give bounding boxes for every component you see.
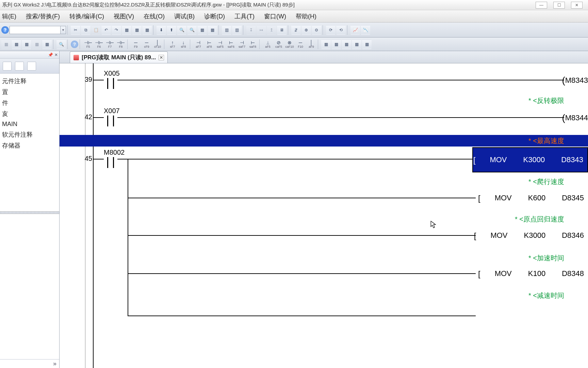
fkey-sf7[interactable]: ↑sF7 [167, 39, 178, 49]
zoom-fit-icon[interactable]: ⭿ [291, 25, 301, 35]
fkey-sf8[interactable]: ↓sF8 [178, 39, 189, 49]
trace-icon-1[interactable]: ⟳ [326, 25, 336, 35]
tree-selected-bar[interactable] [0, 214, 59, 226]
paste-icon[interactable]: 📋 [91, 25, 101, 35]
side-splitter[interactable] [0, 211, 59, 214]
cut-icon[interactable]: ✂ [71, 25, 80, 35]
tb2-extra-3[interactable]: ▦ [342, 40, 351, 49]
fkey-caf5[interactable]: ⊘caF5 [274, 39, 284, 49]
dev-icon-2[interactable]: ▦ [132, 25, 142, 35]
tb2-btn-3[interactable]: ▦ [22, 40, 31, 49]
fkey-saf5[interactable]: ⊣saF5 [215, 39, 225, 49]
zoom-out-icon[interactable]: ⊖ [312, 25, 321, 35]
contact[interactable]: M8002 [104, 149, 125, 168]
pin-icon[interactable]: 📌 [48, 52, 53, 57]
side-btn-1[interactable] [3, 62, 12, 71]
chart-icon-1[interactable]: 📈 [350, 25, 360, 35]
fkey-af7[interactable]: ⊣aF7 [193, 39, 203, 49]
fkey-saf8[interactable]: ⊢saF8 [248, 39, 258, 49]
module-icon-2[interactable]: ▥ [232, 25, 242, 35]
minimize-button[interactable]: — [536, 2, 547, 9]
fkey-f9[interactable]: ─F9 [131, 39, 141, 49]
ladder-rung[interactable]: 45 M8002 [ MOV K3000 D8343 [60, 147, 588, 358]
trace-icon-2[interactable]: ⟲ [336, 25, 346, 35]
tree-node[interactable]: 置 [1, 87, 58, 97]
fkey-saf7[interactable]: ⊣saF7 [237, 39, 247, 49]
menu-view[interactable]: 视图(V) [114, 12, 134, 20]
menu-tools[interactable]: 工具(T) [234, 12, 255, 20]
monitor-icon[interactable]: 🔍 [187, 25, 197, 35]
step-in-icon[interactable]: ↧ [246, 25, 256, 35]
ladder-rung[interactable]: 42 X007 (M8344 [60, 101, 588, 135]
tb2-extra-5[interactable]: ▦ [362, 40, 372, 49]
fkey-f5[interactable]: ⊣⊢F5 [83, 39, 93, 49]
step-over-icon[interactable]: ↦ [257, 25, 266, 35]
fkey-af5[interactable]: ⟂aF5 [263, 39, 273, 49]
project-tree[interactable]: 元件注释 置 件 亥 MAIN 软元件注释 存储器 [0, 74, 59, 211]
maximize-button[interactable]: ☐ [553, 2, 565, 9]
fkey-f8[interactable]: ⊣⊢F8 [116, 39, 126, 49]
fkey-f10[interactable]: ─F10 [295, 39, 306, 49]
menu-search[interactable]: 搜索/替换(F) [26, 12, 60, 20]
close-window-button[interactable]: ✕ [571, 2, 583, 9]
tree-node[interactable]: 元件注释 [1, 76, 58, 87]
tb2-extra-4[interactable]: ▦ [352, 40, 361, 49]
tb2-btn-5[interactable]: ▦ [42, 40, 52, 49]
menu-debug[interactable]: 调试(B) [174, 12, 195, 20]
coil[interactable]: (M8343 [562, 75, 588, 86]
zoom-in-icon[interactable]: ⊕ [301, 25, 311, 35]
side-close-icon[interactable]: ✕ [54, 52, 58, 57]
simulate-icon[interactable]: ▦ [208, 25, 217, 35]
menu-help[interactable]: 帮助(H) [296, 12, 316, 20]
coil[interactable]: (M8344 [562, 112, 588, 123]
fkey-caf10[interactable]: ⊗caF10 [284, 39, 295, 49]
dev-icon-1[interactable]: ▦ [122, 25, 131, 35]
fkey-f7[interactable]: ⊣⊢F7 [105, 39, 115, 49]
tb2-btn-2[interactable]: ▦ [12, 40, 21, 49]
ladder-view[interactable]: 39 X005 (M8343 * <反转极限 42 X007 ( [60, 63, 588, 368]
side-btn-2[interactable] [15, 62, 24, 71]
selected-instruction[interactable]: [ MOV K3000 D8343 [472, 147, 588, 172]
module-icon-1[interactable]: ▥ [222, 25, 231, 35]
menu-diagnose[interactable]: 诊断(D) [204, 12, 225, 20]
side-expand-icon[interactable]: » [0, 359, 59, 368]
fkey-cf10[interactable]: │cF10 [152, 39, 163, 49]
tab-close-icon[interactable]: ✕ [159, 55, 164, 60]
tb2-btn-1[interactable]: ▦ [1, 40, 11, 49]
contact[interactable]: X005 [104, 70, 120, 89]
fkey-cf9[interactable]: ─cF9 [142, 39, 152, 49]
tb2-btn-4[interactable]: ▦ [32, 40, 42, 49]
display-icon[interactable]: 🖥 [277, 25, 287, 35]
step-out-icon[interactable]: ↥ [267, 25, 276, 35]
tree-node[interactable]: 存储器 [1, 140, 58, 151]
toolbar-combo[interactable]: ▾ [10, 26, 66, 34]
menu-window[interactable]: 窗口(W) [264, 12, 286, 20]
contact[interactable]: X007 [104, 107, 120, 126]
help-icon[interactable]: ? [1, 26, 9, 34]
tb2-extra-1[interactable]: ▦ [321, 40, 331, 49]
side-btn-3[interactable] [27, 62, 36, 71]
fkey-f6[interactable]: ⊣⊢F6 [94, 39, 104, 49]
transfer-write-icon[interactable]: ⬇ [157, 25, 166, 35]
remote-icon[interactable]: ▦ [197, 25, 207, 35]
fkey-af9[interactable]: │aF9 [306, 39, 316, 49]
fkey-af8[interactable]: ⊢aF8 [204, 39, 214, 49]
redo-icon[interactable]: ↷ [112, 25, 121, 35]
fkey-saf6[interactable]: ⊢saF6 [226, 39, 236, 49]
editor-tab-main[interactable]: [PRG]读取 MAIN (只读) 89... ✕ [70, 51, 168, 63]
menu-online[interactable]: 在线(O) [144, 12, 165, 20]
tree-node[interactable]: 件 [1, 97, 58, 108]
chart-icon-2[interactable]: 📉 [361, 25, 370, 35]
ladder-rung[interactable]: 39 X005 (M8343 * <反转极限 [60, 63, 588, 101]
menu-edit[interactable]: 辑(E) [2, 12, 16, 20]
copy-icon[interactable]: ⧉ [81, 25, 91, 35]
help2-icon[interactable]: ? [71, 41, 78, 48]
undo-icon[interactable]: ↶ [101, 25, 111, 35]
menu-convert[interactable]: 转换/编译(C) [69, 12, 104, 20]
verify-icon[interactable]: 🔍 [177, 25, 186, 35]
tb2-extra-2[interactable]: ▦ [331, 40, 341, 49]
ladder-selected-row[interactable]: * <最高速度 [60, 135, 588, 147]
tree-node-main[interactable]: MAIN [1, 119, 58, 129]
transfer-read-icon[interactable]: ⬆ [167, 25, 176, 35]
dev-icon-3[interactable]: ▦ [142, 25, 152, 35]
